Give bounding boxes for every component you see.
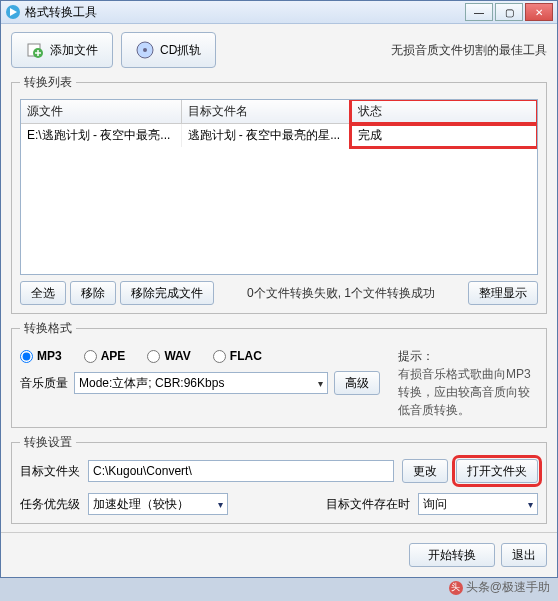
priority-select[interactable]: 加速处理（较快）	[88, 493, 228, 515]
maximize-button[interactable]: ▢	[495, 3, 523, 21]
cd-rip-label: CD抓轨	[160, 42, 201, 59]
title-bar: 格式转换工具 — ▢ ✕	[1, 1, 557, 24]
format-group: 转换格式 MP3 APE WAV FLAC 音乐质量 Mode:立体声; CBR…	[11, 320, 547, 428]
cd-icon	[136, 41, 154, 59]
radio-wav[interactable]: WAV	[147, 349, 190, 363]
format-hint: 提示： 有损音乐格式歌曲向MP3转换，应由较高音质向较低音质转换。	[398, 345, 538, 419]
quality-combo[interactable]: Mode:立体声; CBR:96Kbps	[74, 372, 328, 394]
folder-label: 目标文件夹	[20, 463, 80, 480]
remove-done-button[interactable]: 移除完成文件	[120, 281, 214, 305]
watermark-icon: 头	[449, 581, 463, 595]
app-window: 格式转换工具 — ▢ ✕ 添加文件 CD抓轨 无损音质文件切割的最佳工具 转换列…	[0, 0, 558, 578]
minimize-button[interactable]: —	[465, 3, 493, 21]
conversion-list-legend: 转换列表	[20, 74, 76, 91]
cell-status: 完成	[351, 124, 537, 148]
col-status[interactable]: 状态	[351, 100, 537, 124]
col-target[interactable]: 目标文件名	[181, 100, 351, 124]
arrange-button[interactable]: 整理显示	[468, 281, 538, 305]
quality-label: 音乐质量	[20, 375, 68, 392]
format-legend: 转换格式	[20, 320, 76, 337]
cd-rip-button[interactable]: CD抓轨	[121, 32, 216, 68]
add-file-button[interactable]: 添加文件	[11, 32, 113, 68]
radio-flac[interactable]: FLAC	[213, 349, 262, 363]
advanced-button[interactable]: 高级	[334, 371, 380, 395]
exists-label: 目标文件存在时	[326, 496, 410, 513]
radio-mp3[interactable]: MP3	[20, 349, 62, 363]
settings-group: 转换设置 目标文件夹 C:\Kugou\Convert\ 更改 打开文件夹 任务…	[11, 434, 547, 524]
settings-legend: 转换设置	[20, 434, 76, 451]
table-row[interactable]: E:\逃跑计划 - 夜空中最亮... 逃跑计划 - 夜空中最亮的星... 完成	[21, 124, 537, 148]
file-list[interactable]: 源文件 目标文件名 状态 E:\逃跑计划 - 夜空中最亮... 逃跑计划 - 夜…	[20, 99, 538, 275]
svg-point-4	[143, 48, 147, 52]
cell-source: E:\逃跑计划 - 夜空中最亮...	[21, 124, 181, 148]
cell-target: 逃跑计划 - 夜空中最亮的星...	[181, 124, 351, 148]
folder-input[interactable]: C:\Kugou\Convert\	[88, 460, 394, 482]
add-file-label: 添加文件	[50, 42, 98, 59]
conversion-list-group: 转换列表 源文件 目标文件名 状态 E:\逃跑计划 - 夜空中最亮... 逃跑计…	[11, 74, 547, 314]
radio-ape[interactable]: APE	[84, 349, 126, 363]
exists-select[interactable]: 询问	[418, 493, 538, 515]
app-icon	[5, 4, 21, 20]
select-all-button[interactable]: 全选	[20, 281, 66, 305]
change-folder-button[interactable]: 更改	[402, 459, 448, 483]
exit-button[interactable]: 退出	[501, 543, 547, 567]
window-title: 格式转换工具	[25, 4, 465, 21]
add-file-icon	[26, 41, 44, 59]
tagline: 无损音质文件切割的最佳工具	[391, 42, 547, 59]
col-source[interactable]: 源文件	[21, 100, 181, 124]
priority-label: 任务优先级	[20, 496, 80, 513]
start-convert-button[interactable]: 开始转换	[409, 543, 495, 567]
conversion-status: 0个文件转换失败, 1个文件转换成功	[247, 285, 435, 302]
close-button[interactable]: ✕	[525, 3, 553, 21]
watermark: 头 头条@极速手助	[449, 579, 550, 596]
open-folder-button[interactable]: 打开文件夹	[456, 459, 538, 483]
remove-button[interactable]: 移除	[70, 281, 116, 305]
